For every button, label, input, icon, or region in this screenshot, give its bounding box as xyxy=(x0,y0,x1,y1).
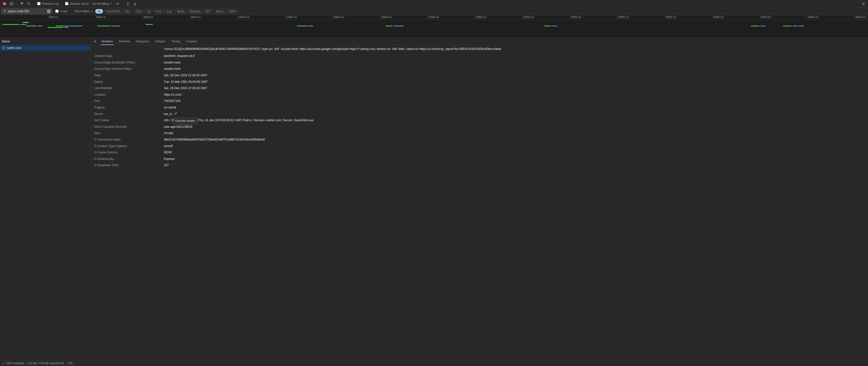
header-row: Perf:7402827104 xyxy=(91,98,868,104)
filter-pill-other[interactable]: Other xyxy=(227,9,239,13)
filter-toggle-icon[interactable] xyxy=(19,1,25,7)
document-icon xyxy=(2,46,5,50)
header-row: X-Content-Type-Options:nosniff xyxy=(91,143,868,149)
filter-pill-wasm[interactable]: Wasm xyxy=(214,9,226,13)
header-row: X-Frame-Options:DENY xyxy=(91,149,868,156)
header-name: Last-Modified: xyxy=(94,86,164,91)
header-name: X-Frame-Options: xyxy=(94,150,164,155)
timeline-tick: 18000 ms xyxy=(427,15,439,19)
header-row: Server:tsa_m xyxy=(91,111,868,118)
timeline-tick: 32000 ms xyxy=(759,15,771,19)
record-button[interactable] xyxy=(1,1,7,7)
timeline-tick: 6000 ms xyxy=(142,15,153,19)
filter-pill-img[interactable]: Img xyxy=(164,9,174,13)
filter-pill-all[interactable]: All xyxy=(95,9,103,13)
header-row: Set-Cookie:ct0=; 35426099; Expires=Thu, … xyxy=(91,117,868,124)
header-row: Strict-Transport-Security:max-age=631138… xyxy=(91,124,868,130)
timeline-tick: 30000 ms xyxy=(711,15,724,19)
timeline-tick: 12000 ms xyxy=(284,15,297,19)
preserve-log-checkbox[interactable]: Preserve log xyxy=(36,2,60,5)
request-name: twitter.com xyxy=(7,46,21,50)
clear-button[interactable] xyxy=(8,1,14,7)
filter-pill-doc[interactable]: Doc xyxy=(123,9,132,13)
toolbar-divider xyxy=(123,1,123,6)
details-tab-strip: HeadersPreviewResponseInitiatorTimingCoo… xyxy=(91,38,868,45)
header-row: Location:https://x.com/ xyxy=(91,92,868,98)
csp-header-value: 'nonce-ZGVjZmJlMWItMWZkMi00ZjhiLWJkNGYtN… xyxy=(91,46,868,53)
filter-input[interactable] xyxy=(8,9,45,13)
close-details-icon[interactable] xyxy=(92,38,98,44)
header-value: Tue, 31 Mar 1981 05:00:00 GMT xyxy=(164,79,865,85)
edit-header-icon[interactable] xyxy=(174,111,178,117)
toolbar-divider xyxy=(17,1,17,6)
tab-initiator[interactable]: Initiator xyxy=(152,38,168,45)
settings-icon[interactable] xyxy=(861,1,867,7)
header-row: Vary:Accept xyxy=(91,130,868,137)
filter-pill-media[interactable]: Media xyxy=(175,9,187,13)
svg-point-0 xyxy=(3,2,6,5)
header-row: Content-Type:text/html; charset=utf-8 xyxy=(91,53,868,60)
header-name: X-Powered-By: xyxy=(94,156,164,162)
timeline-tick: 24000 ms xyxy=(569,15,582,19)
filter-pills: AllFetch/XHRDocCSSJSFontImgMediaManifest… xyxy=(95,9,238,13)
header-value: text/html; charset=utf-8 xyxy=(164,54,865,59)
more-filters-button[interactable]: More filters xyxy=(75,9,93,13)
header-value: Express xyxy=(164,156,865,162)
tab-timing[interactable]: Timing xyxy=(168,38,183,45)
header-value: Accept xyxy=(164,131,865,136)
tab-response[interactable]: Response xyxy=(133,38,152,45)
filter-pill-manifest[interactable]: Manifest xyxy=(188,9,203,13)
header-name: X-Content-Type-Options: xyxy=(94,143,164,149)
header-value: nosniff xyxy=(164,143,865,149)
timeline-tick: 4000 ms xyxy=(95,15,105,19)
header-value: unsafe-none xyxy=(164,66,865,72)
header-name: Pragma: xyxy=(94,105,164,110)
timeline-tick: 34000 ms xyxy=(806,15,819,19)
tab-headers[interactable]: Headers xyxy=(98,38,116,45)
invert-label: Invert xyxy=(60,9,68,13)
request-list-panel: Name twitter.com xyxy=(0,38,91,359)
timeline-data xyxy=(0,20,868,38)
header-value: no-cache xyxy=(164,105,865,110)
filter-pill-ws[interactable]: WS xyxy=(204,9,213,13)
header-name: Expiry: xyxy=(94,79,164,85)
header-row: X-Powered-By:Express xyxy=(91,156,868,162)
throttling-select[interactable]: No throttling xyxy=(91,2,114,5)
header-value: https://x.com/ xyxy=(164,92,865,98)
filter-pill-js[interactable]: JS xyxy=(145,9,153,13)
download-har-icon[interactable] xyxy=(132,1,138,7)
header-name: Server: xyxy=(94,111,164,117)
svg-rect-6 xyxy=(2,46,5,49)
header-name: Date: xyxy=(94,73,164,78)
tab-preview[interactable]: Preview xyxy=(116,38,133,45)
header-value: unsafe-none xyxy=(164,60,865,66)
search-icon[interactable] xyxy=(26,1,32,7)
invert-checkbox[interactable]: Invert xyxy=(54,9,69,13)
header-value: 7402827104 xyxy=(164,98,865,104)
header-value: Sat, 28 Dec 2024 22:48:20 GMT xyxy=(164,86,865,91)
details-panel: HeadersPreviewResponseInitiatorTimingCoo… xyxy=(91,38,868,359)
timeline-tick: 36000 ms xyxy=(854,15,866,19)
timeline-overview[interactable]: 2000 ms4000 ms6000 ms8000 ms10000 ms1200… xyxy=(0,15,868,38)
clear-filter-icon[interactable]: ✕ xyxy=(47,9,51,13)
header-value: 107 xyxy=(164,163,865,168)
disable-cache-checkbox[interactable]: Disable cache xyxy=(64,2,90,5)
chevron-down-icon xyxy=(110,2,112,5)
more-filters-label: More filters xyxy=(75,9,90,13)
header-name: X-Connection-Hash: xyxy=(94,137,164,142)
filter-pill-fetchxhr[interactable]: Fetch/XHR xyxy=(104,9,122,13)
filter-pill-font[interactable]: Font xyxy=(153,9,163,13)
filter-pill-css[interactable]: CSS xyxy=(133,9,144,13)
name-column-header[interactable]: Name xyxy=(0,38,91,45)
request-row[interactable]: twitter.com xyxy=(0,45,91,51)
filter-input-wrap[interactable]: ✕ xyxy=(1,8,52,14)
throttling-label: No throttling xyxy=(92,2,109,5)
network-conditions-icon[interactable] xyxy=(115,1,121,7)
tab-cookies[interactable]: Cookies xyxy=(183,38,200,45)
upload-har-icon[interactable] xyxy=(125,1,131,7)
svg-line-2 xyxy=(10,3,12,5)
header-name: Perf: xyxy=(94,98,164,104)
header-name: Cross-Origin-Opener-Policy: xyxy=(94,66,164,72)
timeline-tick: 8000 ms xyxy=(190,15,200,19)
timeline-ruler: 2000 ms4000 ms6000 ms8000 ms10000 ms1200… xyxy=(0,15,868,20)
